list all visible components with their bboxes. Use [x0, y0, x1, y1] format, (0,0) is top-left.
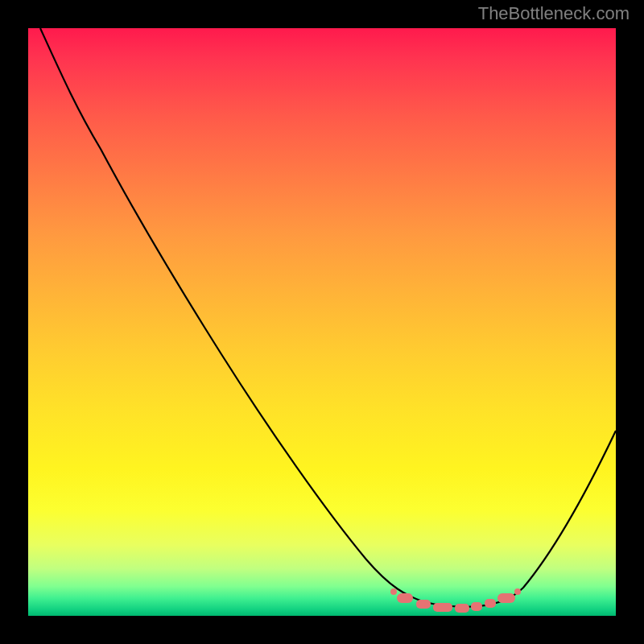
curve-endpoint-right — [514, 588, 521, 595]
highlight-segment — [455, 604, 469, 613]
chart-plot-area — [28, 28, 616, 616]
attribution-text: TheBottleneck.com — [478, 3, 630, 24]
highlight-segment — [471, 602, 482, 611]
highlight-segment — [497, 593, 515, 603]
curve-endpoint-left — [390, 588, 397, 595]
highlight-segment — [397, 593, 413, 603]
bottleneck-curve — [28, 28, 616, 616]
highlight-segment — [485, 599, 496, 608]
highlight-segment — [416, 600, 431, 609]
curve-line — [40, 28, 616, 607]
highlight-segment — [433, 603, 452, 612]
